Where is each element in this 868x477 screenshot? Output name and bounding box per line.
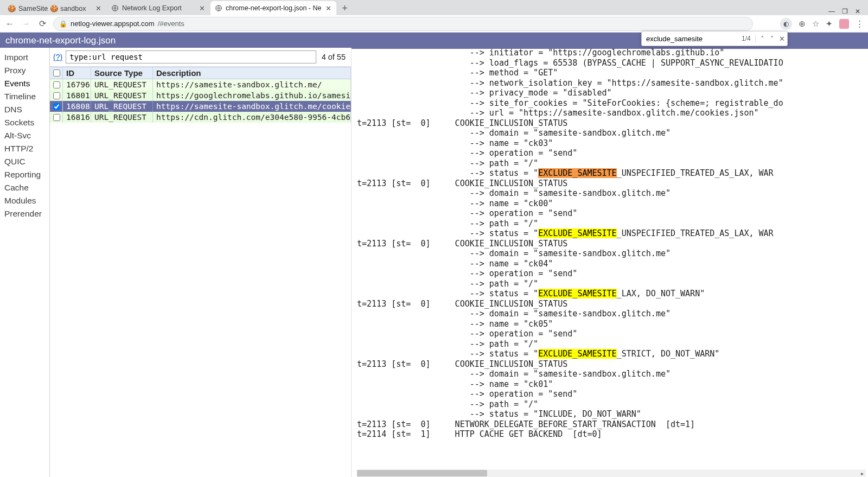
close-icon[interactable]: ✕ [324,4,332,12]
cell-desc: https://samesite-sandbox.glitch.me/ [153,79,351,90]
cell-type: URL_REQUEST [91,79,153,90]
close-window-button[interactable]: ✕ [854,8,861,15]
filter-row: (?) 4 of 55 [50,48,351,67]
zoom-icon[interactable]: ⊕ [799,19,806,29]
col-header-id[interactable]: ID [63,67,91,79]
col-header-desc[interactable]: Description [153,67,351,79]
filter-count: 4 of 55 [320,53,348,61]
table-row[interactable]: 16801URL_REQUESThttps://googlechromelabs… [50,90,351,101]
log-content[interactable]: --> initiator = "https://googlechromelab… [357,48,868,440]
tab-title: SameSite 🍪 sandbox [18,4,91,12]
browser-tab[interactable]: chrome-net-export-log.json - Ne ✕ [210,1,336,15]
cell-desc: https://samesite-sandbox.glitch.me/cooki… [153,101,351,112]
cell-desc: https://cdn.glitch.com/e304e580-9956-4cb… [153,112,351,123]
tab-title: chrome-net-export-log.json - Ne [226,4,321,12]
filter-input[interactable] [66,50,316,63]
sidebar: ImportProxyEventsTimelineDNSSocketsAlt-S… [0,48,50,477]
window-controls: — ❐ ✕ [825,8,865,15]
lock-icon: 🔒 [59,20,67,28]
sidebar-item-dns[interactable]: DNS [0,103,49,116]
favicon-globe-icon [215,4,222,12]
back-button[interactable]: ← [4,19,15,29]
cell-id: 16808 [63,101,91,112]
row-checkbox[interactable] [50,101,63,112]
sidebar-item-http2[interactable]: HTTP/2 [0,142,49,155]
favicon-cookie-icon: 🍪 [8,4,15,12]
event-detail-panel: --> initiator = "https://googlechromelab… [352,48,868,477]
find-in-page-bar: 1/4 ˄ ˅ ✕ [641,31,788,46]
horizontal-scrollbar[interactable]: ▸ [357,469,866,477]
row-checkbox[interactable] [50,90,63,101]
find-next-button[interactable]: ˅ [768,35,777,43]
close-icon[interactable]: ✕ [94,4,102,12]
sidebar-item-altsvc[interactable]: Alt-Svc [0,129,49,142]
extension-button[interactable] [839,19,849,29]
cell-type: URL_REQUEST [91,101,153,112]
cell-id: 16816 [63,112,91,123]
col-header-type[interactable]: Source Type [91,67,153,79]
star-icon[interactable]: ☆ [812,19,819,29]
sidebar-item-import[interactable]: Import [0,51,49,64]
cell-type: URL_REQUEST [91,90,153,101]
browser-tab-strip: 🍪 SameSite 🍪 sandbox ✕ Network Log Expor… [0,0,868,15]
row-checkbox[interactable] [50,112,63,123]
permissions-icon[interactable]: ◐ [780,18,792,30]
cell-id: 16801 [63,90,91,101]
sidebar-item-reporting[interactable]: Reporting [0,168,49,181]
table-row[interactable]: 16808URL_REQUESThttps://samesite-sandbox… [50,101,351,112]
address-bar[interactable]: 🔒 netlog-viewer.appspot.com/#events [53,17,753,31]
select-all-checkbox[interactable] [50,67,63,79]
url-host: netlog-viewer.appspot.com [71,20,155,28]
browser-nav-bar: ← → ⟳ 🔒 netlog-viewer.appspot.com/#event… [0,15,868,33]
minimize-button[interactable]: — [828,8,835,15]
find-close-button[interactable]: ✕ [777,35,787,43]
sidebar-item-prerender[interactable]: Prerender [0,207,49,220]
find-count: 1/4 [742,35,756,42]
scrollbar-thumb[interactable] [357,470,487,476]
events-panel: (?) 4 of 55 ID Source Type Description 1… [50,48,352,477]
tab-title: Network Log Export [122,4,195,12]
table-header-row: ID Source Type Description [50,67,351,79]
filter-help-link[interactable]: (?) [53,53,62,61]
sidebar-item-events[interactable]: Events [0,77,49,90]
reload-button[interactable]: ⟳ [37,18,48,29]
cell-id: 16796 [63,79,91,90]
row-checkbox[interactable] [50,79,63,90]
table-row[interactable]: 16816URL_REQUESThttps://cdn.glitch.com/e… [50,112,351,123]
table-row[interactable]: 16796URL_REQUESThttps://samesite-sandbox… [50,79,351,90]
page-title: chrome-net-export-log.json [5,35,116,46]
forward-button[interactable]: → [21,19,31,29]
favicon-globe-icon [111,4,119,12]
maximize-button[interactable]: ❐ [841,8,848,15]
cell-desc: https://googlechromelabs.github.io/sames… [153,90,351,101]
browser-tab[interactable]: Network Log Export ✕ [107,1,210,15]
browser-tab[interactable]: 🍪 SameSite 🍪 sandbox ✕ [3,1,106,15]
close-icon[interactable]: ✕ [198,4,206,12]
sidebar-item-cache[interactable]: Cache [0,181,49,194]
menu-icon[interactable]: ⋮ [856,19,864,29]
sidebar-item-timeline[interactable]: Timeline [0,90,49,103]
sidebar-item-quic[interactable]: QUIC [0,155,49,168]
find-prev-button[interactable]: ˄ [758,35,768,43]
new-tab-button[interactable]: + [337,1,352,15]
cell-type: URL_REQUEST [91,112,153,123]
events-table: ID Source Type Description 16796URL_REQU… [50,67,351,123]
sidebar-item-modules[interactable]: Modules [0,194,49,207]
scroll-right-arrow[interactable]: ▸ [858,469,866,477]
extensions-icon[interactable]: ✦ [826,19,833,29]
sidebar-item-sockets[interactable]: Sockets [0,116,49,129]
find-input[interactable] [642,35,742,43]
url-path: /#events [158,20,184,28]
sidebar-item-proxy[interactable]: Proxy [0,64,49,77]
